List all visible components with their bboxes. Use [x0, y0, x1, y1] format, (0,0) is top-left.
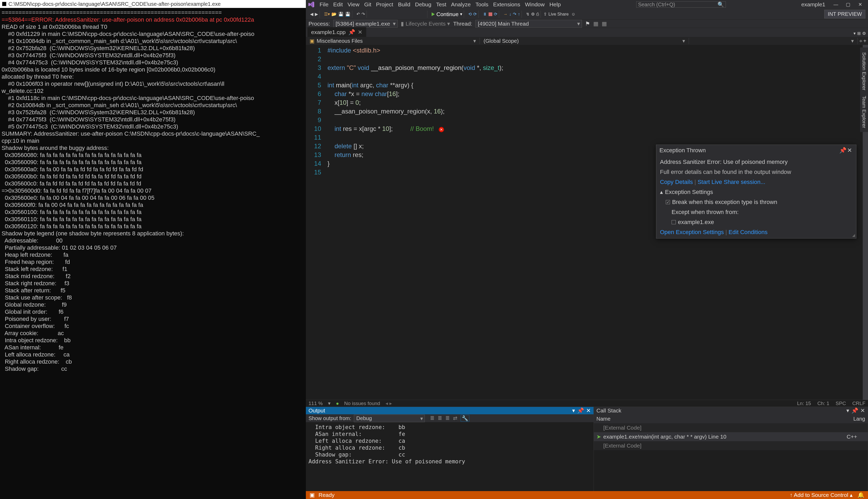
restart-icon[interactable]: ⟳ — [494, 12, 497, 17]
menu-analyze[interactable]: Analyze — [451, 1, 471, 8]
menu-tools[interactable]: Tools — [475, 1, 488, 8]
panel-close-icon[interactable]: ✕ — [586, 407, 591, 414]
callstack-row[interactable]: ➤ example1.exe!main(int argc, char * * a… — [594, 432, 868, 441]
callstack-row[interactable]: [External Code] — [594, 441, 868, 450]
menu-git[interactable]: Git — [364, 1, 371, 8]
menu-build[interactable]: Build — [398, 1, 410, 8]
side-tab-solution-explorer[interactable]: Solution Explorer — [860, 50, 867, 93]
copy-details-link[interactable]: Copy Details — [660, 179, 693, 185]
save-icon[interactable]: 💾 — [338, 12, 343, 17]
output-tool-icon[interactable]: ≣ — [430, 415, 435, 422]
split-icon[interactable]: ÷ — [859, 38, 862, 44]
output-tool-icon2[interactable]: ≣ — [438, 415, 442, 422]
open-exception-settings-link[interactable]: Open Exception Settings — [660, 229, 724, 235]
menu-help[interactable]: Help — [550, 1, 561, 8]
window-split-icon[interactable]: ⊞ — [857, 31, 860, 36]
show-next-icon[interactable]: → — [503, 12, 507, 17]
step-out-icon[interactable]: ↑ — [518, 12, 520, 17]
menu-debug[interactable]: Debug — [415, 1, 431, 8]
undo-icon[interactable]: ↶ — [356, 12, 360, 17]
close-exception-icon[interactable]: ✕ — [846, 147, 853, 154]
pause-icon[interactable]: ⏸ — [483, 12, 487, 17]
live-share-button[interactable]: ⇪ Live Share — [543, 12, 569, 17]
pin-exception-icon[interactable]: 📌 — [839, 147, 846, 154]
step-icon2[interactable]: ⟳ — [473, 12, 477, 17]
nav-fwd-icon[interactable]: ▶ — [315, 12, 318, 17]
callstack-row[interactable]: [External Code] — [594, 423, 868, 432]
console-titlebar[interactable]: C:\MSDN\cpp-docs-pr\docs\c-language\ASAN… — [0, 0, 306, 8]
output-tool-icon5[interactable]: 🔧 — [461, 415, 469, 422]
nav-scope-dropdown[interactable]: (Global Scope)▾ — [480, 38, 689, 44]
menu-test[interactable]: Test — [436, 1, 446, 8]
new-item-icon[interactable]: ☰▾ — [324, 12, 330, 17]
maximize-button[interactable]: ▢ — [842, 1, 854, 9]
stack-frame-icon[interactable]: ▦ — [593, 21, 599, 27]
menu-view[interactable]: View — [348, 1, 360, 8]
console-output[interactable]: ========================================… — [0, 8, 306, 499]
settings-icon[interactable]: ⚙ — [862, 31, 866, 36]
module-checkbox[interactable] — [671, 220, 676, 224]
expand-icon[interactable]: ▴ — [660, 189, 663, 196]
document-tab-example1[interactable]: example1.cpp 📌 ✕ — [307, 27, 366, 37]
nav-project-dropdown[interactable]: ▣ Miscellaneous Files▾ — [306, 38, 480, 44]
break-checkbox[interactable] — [666, 200, 670, 204]
feedback-icon[interactable]: ☺ — [571, 12, 576, 17]
zoom-level[interactable]: 111 % — [309, 401, 323, 406]
issues-text: No issues found — [344, 401, 380, 406]
menu-file[interactable]: File — [319, 1, 328, 8]
step-into-icon[interactable]: ↓ — [509, 12, 511, 17]
menu-edit[interactable]: Edit — [333, 1, 343, 8]
start-live-share-link[interactable]: Start Live Share session... — [698, 179, 765, 185]
menu-window[interactable]: Window — [525, 1, 545, 8]
side-tab-team-explorer[interactable]: Team Explorer — [860, 94, 867, 130]
code-editor[interactable]: 123456789101112131415 #include <stdlib.h… — [306, 45, 868, 400]
output-tool-icon3[interactable]: ≣ — [445, 415, 450, 422]
exception-popup: Exception Thrown 📌 ✕ Address Sanitizer E… — [656, 145, 856, 239]
indent-indicator: SPC — [835, 401, 846, 406]
pin-icon[interactable]: 📌 — [348, 29, 355, 35]
minimize-button[interactable]: — — [830, 1, 842, 9]
thread-dropdown[interactable]: [49020] Main Thread — [475, 20, 582, 28]
add-icon[interactable]: + — [863, 38, 866, 44]
continue-dropdown-icon[interactable]: ▾ — [460, 12, 462, 17]
edit-conditions-link[interactable]: Edit Conditions — [729, 229, 768, 235]
output-body[interactable]: Intra object redzone: bb ASan internal: … — [306, 422, 593, 491]
stack-frame-icon2[interactable]: ▦ — [602, 21, 607, 27]
panel-dropdown-icon[interactable]: ▾ — [846, 407, 849, 414]
callstack-body[interactable]: NameLang [External Code] ➤ example1.exe!… — [594, 414, 868, 491]
close-tab-icon[interactable]: ✕ — [358, 29, 363, 35]
nav-back-icon[interactable]: ◀ — [310, 12, 313, 17]
panel-pin-icon[interactable]: 📌 — [851, 407, 858, 414]
status-bar: ▣ Ready ↑ Add to Source Control ▴ 🔔 — [306, 491, 868, 499]
search-box[interactable]: Search (Ctrl+Q) 🔍 — [636, 1, 726, 8]
resize-grip-icon[interactable]: ◢ — [852, 233, 855, 237]
panel-dropdown-icon[interactable]: ▾ — [572, 407, 575, 414]
notifications-icon[interactable]: 🔔 — [857, 492, 864, 498]
process-dropdown[interactable]: [53864] example1.exe — [333, 20, 398, 28]
panel-pin-icon[interactable]: 📌 — [577, 407, 584, 414]
redo-icon[interactable]: ↷ — [362, 12, 365, 17]
close-button[interactable]: ✕ — [854, 1, 866, 9]
save-all-icon[interactable]: 💾 — [345, 12, 350, 17]
nav-member-dropdown[interactable]: ▾ — [689, 38, 858, 44]
panel-close-icon[interactable]: ✕ — [860, 407, 865, 414]
tab-overflow-icon[interactable]: ▾ — [854, 31, 856, 36]
continue-button[interactable]: Continue ▾ — [430, 11, 464, 18]
tool-icon2[interactable]: ⚙ — [531, 12, 535, 17]
menu-extensions[interactable]: Extensions — [493, 1, 520, 8]
step-over-icon[interactable]: ↷ — [513, 12, 516, 17]
output-tool-icon4[interactable]: ⇄ — [453, 415, 457, 422]
stop-icon[interactable] — [489, 12, 492, 16]
ok-icon: ● — [336, 401, 339, 406]
tool-icon3[interactable]: ⎙ — [536, 12, 539, 17]
flag-icon[interactable]: ⚑ — [585, 21, 590, 27]
error-indicator-icon[interactable]: ✕ — [439, 127, 444, 132]
step-icon[interactable]: ⟲ — [468, 12, 472, 17]
output-source-dropdown[interactable]: Debug — [354, 415, 425, 422]
open-icon[interactable]: 📂 — [331, 12, 337, 17]
add-source-control[interactable]: ↑ Add to Source Control ▴ — [790, 492, 853, 498]
menu-project[interactable]: Project — [376, 1, 393, 8]
lifecycle-events[interactable]: Lifecycle Events — [405, 21, 445, 27]
titlebar: FileEditViewGitProjectBuildDebugTestAnal… — [306, 0, 868, 9]
tool-icon[interactable]: ↯ — [526, 12, 529, 17]
